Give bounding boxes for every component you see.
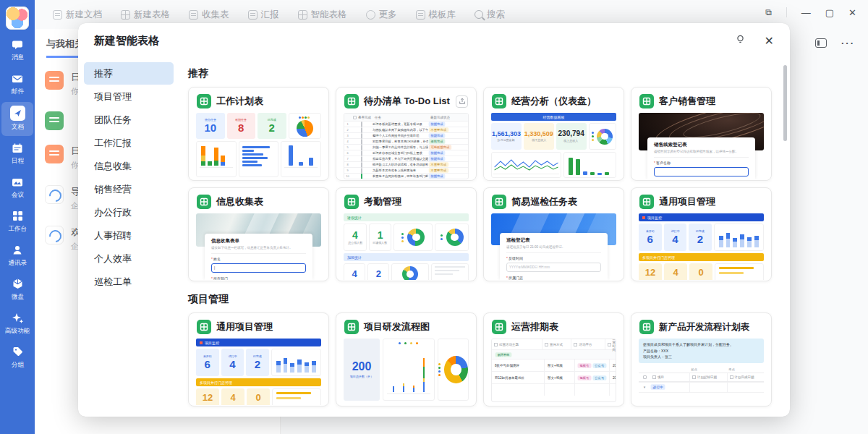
nav-work-report[interactable]: 工作汇报 xyxy=(84,132,174,154)
secondary-controls: ··· xyxy=(815,38,855,48)
modal-scrollbar[interactable] xyxy=(783,65,787,141)
smartsheet-icon xyxy=(639,320,654,334)
divider xyxy=(786,7,787,17)
maximize-button[interactable]: ▢ xyxy=(825,7,834,18)
window-controls: ⧉ — ▢ ✕ xyxy=(765,0,868,25)
project-risk-banner: 多项目并行门店管理 xyxy=(639,253,764,261)
smartsheet-icon xyxy=(197,320,211,334)
share-icon[interactable] xyxy=(456,95,468,108)
calendar-icon xyxy=(11,141,25,155)
template-card-new-product-plan[interactable]: 新产品开发流程计划表 使项目成员和项目干系人了解项目开发计划，分配任务。 产品名… xyxy=(631,312,772,407)
mail-icon xyxy=(11,72,25,85)
project-monitor-banner: 项目监控 xyxy=(196,339,321,346)
docs-icon xyxy=(10,106,25,121)
nav-inspection[interactable]: 巡检工单 xyxy=(84,271,174,293)
nav-personal-efficiency[interactable]: 个人效率 xyxy=(84,247,174,270)
customer-name-input[interactable] xyxy=(654,167,749,176)
smartsheet-icon xyxy=(492,94,506,109)
lightbulb-icon[interactable] xyxy=(735,34,746,48)
toggle-sidebar-icon[interactable] xyxy=(815,38,827,48)
rail-item-messages[interactable]: 消息 xyxy=(1,34,33,67)
section-title-project: 项目管理 xyxy=(188,293,771,306)
nav-sales[interactable]: 销售经营 xyxy=(84,178,174,200)
rail-item-calendar[interactable]: 日程 xyxy=(1,137,33,170)
smartsheet-icon xyxy=(492,195,506,209)
rail-item-groups[interactable]: 分组 xyxy=(1,341,33,374)
tag-icon xyxy=(11,345,25,359)
app-rail: 消息 邮件 文档 日程 会议 工作台 通讯录 微盘 高级功能 分组 xyxy=(0,0,35,434)
template-card-info-collection[interactable]: 信息收集表 信息收集表单 请按如下信息一栏填写，信息将汇总至各负责人处统计。 姓… xyxy=(188,187,329,281)
rail-item-meeting[interactable]: 会议 xyxy=(1,171,33,204)
avatar[interactable] xyxy=(6,7,29,30)
smartsheet-icon xyxy=(639,195,654,209)
popout-icon[interactable]: ⧉ xyxy=(765,7,772,17)
section-title-recommended: 推荐 xyxy=(188,67,771,80)
contacts-icon xyxy=(11,243,25,257)
nav-project-management[interactable]: 项目管理 xyxy=(84,85,174,108)
template-card-todo-list[interactable]: 待办清单 To-Do List 是否完成 任务 最新完成状态 1处理各板块新增需… xyxy=(336,87,477,181)
project-monitor-banner: 项目监控 xyxy=(639,213,764,221)
smartsheet-icon xyxy=(197,195,211,209)
name-input[interactable]: | xyxy=(211,263,306,273)
rail-item-workbench[interactable]: 工作台 xyxy=(1,205,33,238)
template-card-inspection[interactable]: 简易巡检任务表 巡检登记表 请巡检员于每日 21:00 前完成巡检登记。 反馈时… xyxy=(483,187,624,281)
template-card-work-plan[interactable]: 工作计划表 待办任务10 逾期任务8 已完成2 xyxy=(188,87,329,181)
drive-icon xyxy=(11,277,25,291)
nav-office-admin[interactable]: 办公行政 xyxy=(84,201,174,224)
close-window-button[interactable]: ✕ xyxy=(848,7,856,18)
smartsheet-icon xyxy=(197,94,211,109)
nav-team-tasks[interactable]: 团队任务 xyxy=(84,109,174,131)
smartsheet-icon xyxy=(344,94,359,109)
rail-item-contacts[interactable]: 通讯录 xyxy=(1,239,33,272)
smartsheet-icon xyxy=(344,195,359,209)
minimize-button[interactable]: — xyxy=(801,7,811,18)
project-risk-banner: 多项目并行门店管理 xyxy=(196,378,321,386)
rail-item-wedrive[interactable]: 微盘 xyxy=(1,273,33,306)
smartsheet-icon xyxy=(344,320,359,334)
grid-icon xyxy=(11,209,25,223)
template-card-ops-schedule[interactable]: 运营排期表 运营活动主题 宣传方式 活动平台 运营时间 测评种草 8款空气炸锅测… xyxy=(483,312,624,407)
chat-icon xyxy=(11,38,25,51)
rail-item-docs[interactable]: 文档 xyxy=(1,102,33,136)
meeting-icon xyxy=(11,175,25,189)
rail-item-advanced[interactable]: 高级功能 xyxy=(1,307,33,340)
smartsheet-icon xyxy=(639,94,654,109)
template-card-project-management[interactable]: 通用项目管理 项目监控 未开始6 进行中4 已完成2 xyxy=(631,187,772,281)
template-card-business-analysis[interactable]: 经营分析（仪表盘） 经营数据看板 1,561,303当月运营金额 1,330,5… xyxy=(483,87,624,181)
sparkle-icon xyxy=(11,311,25,325)
template-category-nav: 推荐 项目管理 团队任务 工作汇报 信息收集 销售经营 办公行政 人事招聘 个人… xyxy=(78,58,179,417)
template-card-rnd-flow[interactable]: 项目研发流程图 200 项目总天数（天） xyxy=(336,312,477,407)
feedback-time-input[interactable]: YYYY年MM月DD日 HH:mm xyxy=(506,263,601,272)
template-gallery: 推荐 工作计划表 待办任务10 逾期任务8 已完成2 xyxy=(179,58,790,417)
nav-info-collection[interactable]: 信息收集 xyxy=(84,155,174,177)
smartsheet-icon xyxy=(492,320,506,334)
template-card-project-management[interactable]: 通用项目管理 项目监控 未开始6 进行中4 已完成2 xyxy=(188,312,329,407)
dialog-header: 新建智能表格 ✕ xyxy=(78,23,790,58)
dialog-title: 新建智能表格 xyxy=(94,34,159,48)
close-dialog-button[interactable]: ✕ xyxy=(765,34,774,48)
template-card-attendance[interactable]: 考勤管理 请假统计 4总公假人数 1已请假人数 xyxy=(336,187,477,281)
nav-hr-recruiting[interactable]: 人事招聘 xyxy=(84,224,174,247)
dashboard-banner: 经营数据看板 xyxy=(491,113,616,121)
nav-recommended[interactable]: 推荐 xyxy=(84,62,174,85)
more-options-icon[interactable]: ··· xyxy=(841,38,855,48)
new-smart-sheet-dialog: 新建智能表格 ✕ 推荐 项目管理 团队任务 工作汇报 信息收集 销售经营 办公行… xyxy=(78,23,790,417)
rail-item-mail[interactable]: 邮件 xyxy=(1,68,33,101)
template-card-crm[interactable]: 客户销售管理 销售线索登记表 请销售同学及时登记拜访获取的销售线索，以便统一分配… xyxy=(631,87,772,181)
